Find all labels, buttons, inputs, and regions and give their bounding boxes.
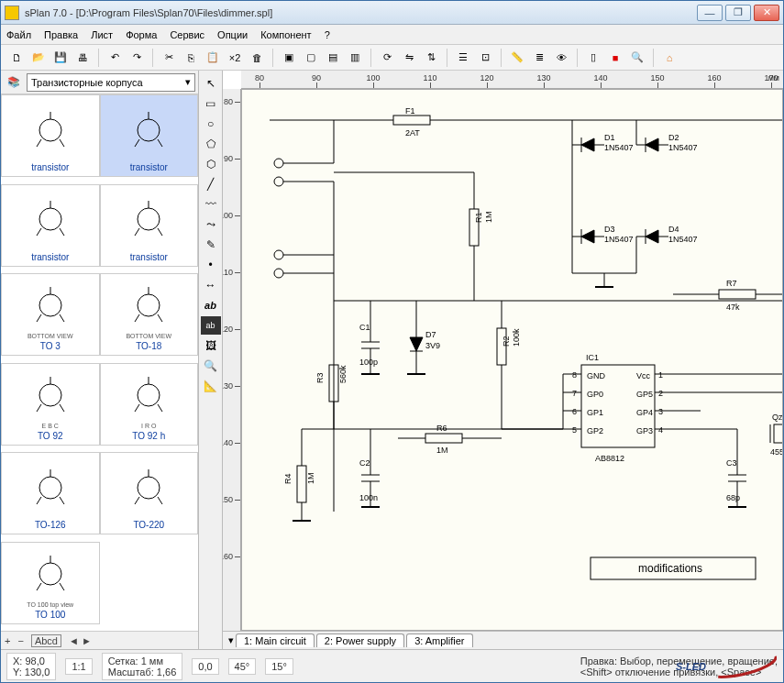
mirror-v-icon[interactable]: ⇅ <box>421 48 441 68</box>
abcd-toggle[interactable]: Abcd <box>31 634 61 647</box>
svg-text:455k: 455k <box>770 447 783 457</box>
find-icon[interactable]: 👁 <box>551 48 571 68</box>
print-icon[interactable]: 🖶 <box>72 48 93 68</box>
rotate-icon[interactable]: ⟳ <box>377 48 397 68</box>
menu-options[interactable]: Опции <box>217 29 248 40</box>
bezier-tool-icon[interactable]: ⤳ <box>201 215 221 234</box>
tab-3[interactable]: 3: Amplifier <box>406 633 472 647</box>
library-item[interactable]: transistor <box>1 94 100 177</box>
library-item[interactable]: transistor <box>100 184 199 267</box>
image-tool-icon[interactable]: 🖼 <box>201 336 221 355</box>
delete-icon[interactable]: 🗑 <box>247 48 267 68</box>
color-icon[interactable]: ■ <box>605 48 625 68</box>
status-deg45[interactable]: 45° <box>228 658 257 675</box>
library-item[interactable]: transistor <box>1 184 100 267</box>
zoom-tool-icon[interactable]: 🔍 <box>201 357 221 375</box>
library-item[interactable]: BOTTOM VIEWTO-18 <box>100 273 199 356</box>
svg-point-40 <box>39 563 61 585</box>
measure-icon[interactable]: 📏 <box>507 48 527 68</box>
textblock-tool-icon[interactable]: ab <box>201 316 221 335</box>
menu-form[interactable]: Форма <box>126 29 157 40</box>
page-icon[interactable]: ▯ <box>583 48 603 68</box>
library-selector[interactable]: Транзисторные корпуса ▾ <box>27 73 195 92</box>
redo-icon[interactable]: ↷ <box>127 48 147 68</box>
zoom-in-button[interactable]: + <box>5 635 10 646</box>
svg-text:5: 5 <box>572 425 577 435</box>
zoom-out-button[interactable]: − <box>17 635 23 646</box>
svg-point-20 <box>138 294 160 316</box>
ungroup-icon[interactable]: ▢ <box>301 48 321 68</box>
poly-tool-icon[interactable]: ⬠ <box>201 135 221 153</box>
svg-text:1M: 1M <box>306 472 315 484</box>
svg-text:4: 4 <box>658 425 663 435</box>
snap-icon[interactable]: ⊡ <box>475 48 495 68</box>
menu-service[interactable]: Сервис <box>170 29 204 40</box>
dimension-tool-icon[interactable]: ↔ <box>201 276 221 294</box>
svg-point-16 <box>39 294 61 316</box>
group-icon[interactable]: ▣ <box>279 48 299 68</box>
library-item[interactable]: TO 100 top viewTO 100 <box>1 542 100 624</box>
freehand-tool-icon[interactable]: ✎ <box>201 236 221 254</box>
library-item[interactable]: BOTTOM VIEWTO 3 <box>1 273 100 356</box>
cut-icon[interactable]: ✂ <box>159 48 179 68</box>
svg-rect-163 <box>719 290 756 299</box>
duplicate-icon[interactable]: ×2 <box>225 48 245 68</box>
home-icon[interactable]: ⌂ <box>659 48 679 68</box>
menu-sheet[interactable]: Лист <box>91 29 113 40</box>
status-opt[interactable]: 0,0 <box>192 658 218 675</box>
back-icon[interactable]: ▥ <box>345 48 365 68</box>
front-icon[interactable]: ▤ <box>323 48 343 68</box>
zoom-fit-icon[interactable]: 🔍 <box>627 48 647 68</box>
svg-line-39 <box>158 497 162 504</box>
status-deg15[interactable]: 15° <box>265 658 293 675</box>
new-icon[interactable]: 🗋 <box>6 48 27 68</box>
maximize-button[interactable]: ❐ <box>725 5 751 21</box>
open-icon[interactable]: 📂 <box>28 48 49 68</box>
paste-icon[interactable]: 📋 <box>203 48 223 68</box>
nav-arrows[interactable]: ◄ ► <box>69 635 92 646</box>
undo-icon[interactable]: ↶ <box>105 48 125 68</box>
line-tool-icon[interactable]: ╱ <box>201 175 221 193</box>
tab-2[interactable]: 2: Power supply <box>316 633 404 647</box>
menu-file[interactable]: Файл <box>6 29 31 40</box>
svg-line-3 <box>60 139 64 147</box>
svg-point-4 <box>138 119 160 141</box>
save-icon[interactable]: 💾 <box>50 48 71 68</box>
copy-icon[interactable]: ⎘ <box>181 48 201 68</box>
circle-tool-icon[interactable]: ○ <box>201 115 221 133</box>
list-icon[interactable]: ≣ <box>529 48 549 68</box>
tab-1[interactable]: 1: Main circuit <box>236 633 315 647</box>
svg-text:D7: D7 <box>425 330 436 339</box>
node-tool-icon[interactable]: • <box>201 256 221 274</box>
diode-d4: D41N5407 <box>636 225 698 244</box>
schematic-canvas[interactable]: F1 2AT D11N5407 D21N5407 D31N5407 D41N54… <box>241 89 783 631</box>
align-icon[interactable]: ☰ <box>453 48 473 68</box>
rect-tool-icon[interactable]: ▭ <box>201 94 221 113</box>
svg-line-14 <box>135 228 139 236</box>
minimize-button[interactable]: — <box>697 5 723 21</box>
library-book-icon[interactable]: 📚 <box>4 72 24 93</box>
menu-component[interactable]: Компонент <box>260 29 311 40</box>
menu-edit[interactable]: Правка <box>44 29 78 40</box>
mirror-h-icon[interactable]: ⇋ <box>399 48 419 68</box>
special-tool-icon[interactable]: ⬡ <box>201 155 221 173</box>
library-item[interactable]: I R OTO 92 h <box>100 363 199 446</box>
text-tool-icon[interactable]: ab <box>201 296 221 314</box>
library-item[interactable]: transistor <box>100 94 199 177</box>
tab-nav-icon[interactable]: ▾ <box>228 634 234 646</box>
svg-point-8 <box>39 208 61 230</box>
close-button[interactable]: ✕ <box>754 5 779 21</box>
svg-text:C1: C1 <box>359 323 370 332</box>
svg-rect-114 <box>297 466 306 502</box>
measure-tool-icon[interactable]: 📐 <box>201 377 221 395</box>
library-item[interactable]: TO-220 <box>100 452 199 534</box>
svg-point-49 <box>274 159 283 168</box>
select-tool-icon[interactable]: ↖ <box>201 74 221 93</box>
diode-d3: D31N5407 <box>572 225 634 244</box>
library-item[interactable]: E B CTO 92 <box>1 363 100 446</box>
svg-text:2: 2 <box>658 389 663 398</box>
library-item[interactable]: TO-126 <box>1 452 100 534</box>
menu-help[interactable]: ? <box>325 29 330 40</box>
svg-point-12 <box>138 208 160 230</box>
curve-tool-icon[interactable]: 〰 <box>201 195 221 214</box>
